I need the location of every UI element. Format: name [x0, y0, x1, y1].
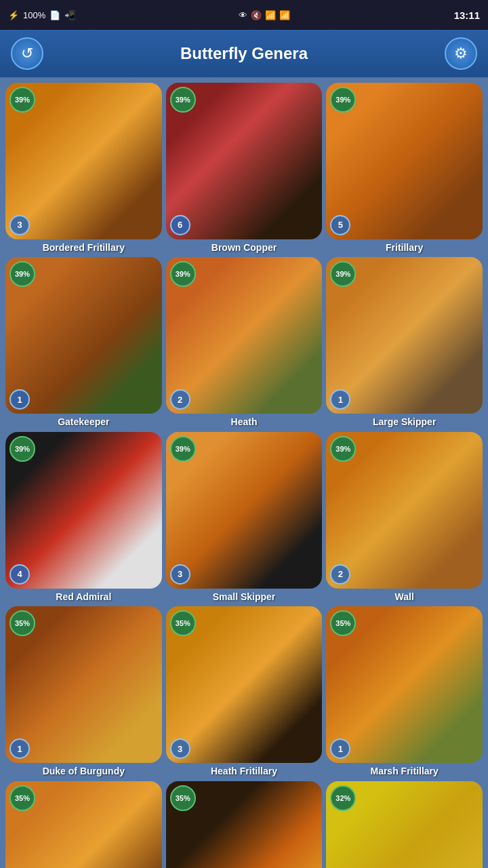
usb-icon: ⚡ [8, 10, 19, 20]
percent-badge-large-skipper: 39% [330, 261, 356, 287]
grid-item-duke-burgundy[interactable]: 35%1Duke of Burgundy [5, 606, 162, 776]
status-left-icons: ⚡ 100% 📄 📲 [8, 10, 75, 20]
butterfly-grid: 39%3Bordered Fritillary39%6Brown Copper3… [0, 77, 488, 868]
grid-item-brown-copper[interactable]: 39%6Brown Copper [166, 83, 323, 253]
butterfly-name-large-skipper: Large Skipper [373, 416, 436, 428]
percent-badge-tortoiseshell: 35% [170, 785, 196, 811]
count-badge-wall: 2 [330, 564, 350, 585]
butterfly-image-duke-burgundy: 35%1 [5, 606, 162, 763]
percent-badge-heath-fritillary: 35% [170, 610, 196, 636]
butterfly-image-wall: 39%2 [326, 432, 483, 589]
grid-item-small-skipper[interactable]: 39%3Small Skipper [166, 432, 323, 602]
butterfly-name-brown-copper: Brown Copper [211, 242, 277, 254]
butterfly-name-heath-fritillary: Heath Fritillary [211, 766, 277, 777]
status-bar: ⚡ 100% 📄 📲 👁 🔇 📶 📶 13:11 [0, 0, 488, 30]
count-badge-fritillary: 5 [330, 215, 350, 235]
settings-button[interactable]: ⚙ [445, 37, 477, 70]
grid-item-clouded-yellow[interactable]: 32%4Clouded Yellow [326, 781, 483, 868]
grid-item-heath-fritillary[interactable]: 35%3Heath Fritillary [166, 606, 323, 776]
butterfly-image-marsh-fritillary: 35%1 [326, 606, 483, 763]
grid-item-red-admiral[interactable]: 39%4Red Admiral [5, 432, 162, 602]
butterfly-name-duke-burgundy: Duke of Burgundy [43, 766, 125, 777]
gear-icon: ⚙ [454, 45, 468, 62]
butterfly-image-red-admiral: 39%4 [5, 432, 162, 589]
butterfly-image-heath: 39%2 [166, 257, 323, 414]
count-badge-small-skipper: 3 [170, 564, 190, 585]
status-time: 13:11 [454, 9, 480, 21]
butterfly-image-bordered-fritillary: 39%3 [5, 83, 162, 239]
count-badge-marsh-fritillary: 1 [330, 738, 350, 759]
butterfly-image-tortoiseshell: 35% [166, 781, 323, 868]
count-badge-red-admiral: 4 [9, 564, 30, 585]
grid-item-large-skipper[interactable]: 39%1Large Skipper [326, 257, 483, 427]
percent-badge-queen-spain-fritillary: 35% [9, 785, 35, 811]
count-badge-heath: 2 [170, 389, 190, 410]
top-bar: ↺ Butterfly Genera ⚙ [0, 30, 488, 77]
percent-badge-wall: 39% [330, 436, 356, 462]
count-badge-bordered-fritillary: 3 [9, 215, 30, 235]
butterfly-name-small-skipper: Small Skipper [213, 591, 276, 603]
percent-badge-marsh-fritillary: 35% [330, 610, 356, 636]
butterfly-name-heath: Heath [231, 416, 258, 428]
grid-item-fritillary[interactable]: 39%5Fritillary [326, 83, 483, 253]
butterfly-image-gatekeeper: 39%1 [5, 257, 162, 414]
butterfly-image-fritillary: 39%5 [326, 83, 483, 239]
percent-badge-gatekeeper: 39% [9, 261, 35, 287]
signal-icon: 📶 [279, 10, 290, 20]
grid-item-wall[interactable]: 39%2Wall [326, 432, 483, 602]
grid-item-queen-spain-fritillary[interactable]: 35%1Queen of Spain Fritillary [5, 781, 162, 868]
percent-badge-brown-copper: 39% [170, 87, 196, 113]
butterfly-image-small-skipper: 39%3 [166, 432, 323, 589]
status-right-icons: 👁 🔇 📶 📶 [239, 10, 290, 20]
percent-badge-clouded-yellow: 32% [330, 785, 356, 811]
butterfly-image-large-skipper: 39%1 [326, 257, 483, 414]
grid-item-gatekeeper[interactable]: 39%1Gatekeeper [5, 257, 162, 427]
page-title: Butterfly Genera [43, 44, 445, 63]
count-badge-heath-fritillary: 3 [170, 738, 190, 759]
refresh-button[interactable]: ↺ [11, 37, 43, 70]
butterfly-name-wall: Wall [395, 591, 414, 603]
time-display: 13:11 [454, 9, 480, 21]
percent-badge-bordered-fritillary: 39% [9, 87, 35, 113]
grid-item-marsh-fritillary[interactable]: 35%1Marsh Fritillary [326, 606, 483, 776]
mute-icon: 🔇 [251, 10, 262, 20]
butterfly-name-gatekeeper: Gatekeeper [58, 416, 109, 428]
count-badge-large-skipper: 1 [330, 389, 350, 410]
wifi-icon: 📶 [265, 10, 276, 20]
butterfly-image-queen-spain-fritillary: 35%1 [5, 781, 162, 868]
grid-item-tortoiseshell[interactable]: 35%Tortoiseshell [166, 781, 323, 868]
butterfly-image-clouded-yellow: 32%4 [326, 781, 483, 868]
eye-off-icon: 👁 [239, 10, 247, 20]
butterfly-name-bordered-fritillary: Bordered Fritillary [43, 242, 125, 254]
butterfly-name-fritillary: Fritillary [386, 242, 423, 254]
butterfly-name-marsh-fritillary: Marsh Fritillary [370, 766, 438, 777]
file-icon: 📄 [49, 10, 60, 20]
count-badge-duke-burgundy: 1 [9, 738, 30, 759]
percent-badge-fritillary: 39% [330, 87, 356, 113]
battery-label: 100% [23, 10, 45, 20]
count-badge-gatekeeper: 1 [9, 389, 30, 410]
count-badge-brown-copper: 6 [170, 215, 190, 235]
grid-item-heath[interactable]: 39%2Heath [166, 257, 323, 427]
grid-item-bordered-fritillary[interactable]: 39%3Bordered Fritillary [5, 83, 162, 253]
percent-badge-duke-burgundy: 35% [9, 610, 35, 636]
butterfly-name-red-admiral: Red Admiral [56, 591, 111, 603]
refresh-icon: ↺ [21, 45, 33, 62]
butterfly-image-brown-copper: 39%6 [166, 83, 323, 239]
percent-badge-red-admiral: 39% [9, 436, 35, 462]
butterfly-image-heath-fritillary: 35%3 [166, 606, 323, 763]
download-icon: 📲 [64, 10, 75, 20]
percent-badge-small-skipper: 39% [170, 436, 196, 462]
percent-badge-heath: 39% [170, 261, 196, 287]
